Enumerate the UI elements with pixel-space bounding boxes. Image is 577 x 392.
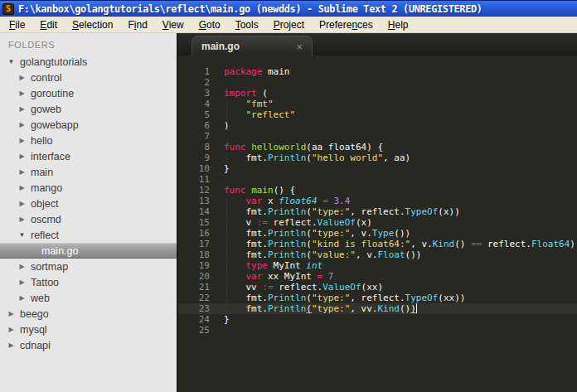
code-line-17[interactable]: 17 fmt.Println("kind is float64:", v.Kin… xyxy=(178,239,577,249)
tree-folder-cdnapi[interactable]: ▶cdnapi xyxy=(0,337,177,353)
indent-guide xyxy=(226,282,227,293)
indent-guide xyxy=(226,228,227,239)
code-line-6[interactable]: 6) xyxy=(178,120,577,131)
code-line-21[interactable]: 21 vv := reflect.ValueOf(xx) xyxy=(178,282,577,293)
code-line-13[interactable]: 13 var x float64 = 3.4 xyxy=(178,196,577,206)
line-number: 7 xyxy=(178,131,210,142)
code-line-16[interactable]: 16 fmt.Println("type:", v.Type()) xyxy=(178,228,577,239)
code-line-15[interactable]: 15 v := reflect.ValueOf(x) xyxy=(178,217,577,228)
code-line-10[interactable]: 10} xyxy=(178,163,577,174)
code-line-4[interactable]: 4 "fmt" xyxy=(178,99,577,109)
chevron-right-icon[interactable]: ▶ xyxy=(7,310,16,317)
tree-folder-reflect[interactable]: ▼reflect xyxy=(0,227,177,243)
tree-folder-golangtutorials[interactable]: ▼golangtutorials xyxy=(0,54,177,70)
code-line-3[interactable]: 3import ( xyxy=(178,88,577,99)
tree-item-label: reflect xyxy=(31,230,59,241)
chevron-down-icon[interactable]: ▼ xyxy=(17,231,27,239)
tree-folder-gowebapp[interactable]: ▶gowebapp xyxy=(0,117,177,133)
code-line-22[interactable]: 22 fmt.Println("type:", reflect.TypeOf(x… xyxy=(178,293,577,303)
tab-close-icon[interactable]: × xyxy=(296,41,303,52)
indent-guide xyxy=(226,109,227,120)
code-line-1[interactable]: 1package main xyxy=(178,66,577,77)
chevron-right-icon[interactable]: ▶ xyxy=(17,137,27,144)
tree-folder-sortmap[interactable]: ▶sortmap xyxy=(0,259,177,274)
tree-folder-tattoo[interactable]: ▶Tattoo xyxy=(0,274,177,290)
tree-file-main.go[interactable]: main.go xyxy=(0,243,177,259)
tree-folder-control[interactable]: ▶control xyxy=(0,70,177,85)
chevron-right-icon[interactable]: ▶ xyxy=(7,326,16,333)
tree-folder-web[interactable]: ▶web xyxy=(0,290,177,306)
tree-item-label: object xyxy=(31,198,58,210)
menu-item-preferences[interactable]: Preferences xyxy=(312,17,381,32)
tab-main-go[interactable]: main.go × xyxy=(192,36,313,56)
menu-item-goto[interactable]: Goto xyxy=(192,17,228,32)
tree-item-label: gowebapp xyxy=(31,119,79,131)
title-bar[interactable]: S F:\kanbox\golangtutorials\reflect\main… xyxy=(0,0,577,17)
chevron-right-icon[interactable]: ▶ xyxy=(17,263,27,270)
folders-header: FOLDERS xyxy=(0,33,177,54)
code-line-9[interactable]: 9 fmt.Println("hello world", aa) xyxy=(178,152,577,163)
code-line-24[interactable]: 24} xyxy=(178,314,577,325)
menu-item-selection[interactable]: Selection xyxy=(65,17,120,32)
line-text xyxy=(210,77,224,88)
chevron-right-icon[interactable]: ▶ xyxy=(17,90,27,97)
chevron-right-icon[interactable]: ▶ xyxy=(17,184,27,191)
tree-folder-oscmd[interactable]: ▶oscmd xyxy=(0,211,177,227)
chevron-right-icon[interactable]: ▶ xyxy=(17,215,27,223)
line-text: fmt.Println("type:", v.Type()) xyxy=(210,228,410,239)
tree-folder-main[interactable]: ▶main xyxy=(0,164,177,180)
line-text: v := reflect.ValueOf(x) xyxy=(210,217,372,228)
tree-folder-goroutine[interactable]: ▶goroutine xyxy=(0,85,177,101)
code-line-2[interactable]: 2 xyxy=(178,77,577,88)
menu-item-project[interactable]: Project xyxy=(266,17,312,32)
chevron-right-icon[interactable]: ▶ xyxy=(17,152,27,160)
chevron-right-icon[interactable]: ▶ xyxy=(7,341,16,349)
tree-folder-mango[interactable]: ▶mango xyxy=(0,180,177,196)
chevron-right-icon[interactable]: ▶ xyxy=(17,105,27,113)
menu-item-edit[interactable]: Edit xyxy=(32,17,65,32)
menu-item-view[interactable]: View xyxy=(155,17,192,32)
code-line-19[interactable]: 19 type MyInt int xyxy=(178,260,577,271)
code-line-7[interactable]: 7 xyxy=(178,131,577,142)
line-number: 22 xyxy=(178,293,210,303)
tree-item-label: goroutine xyxy=(31,88,74,99)
code-line-25[interactable]: 25 xyxy=(178,325,577,336)
code-line-11[interactable]: 11 xyxy=(178,174,577,185)
indent-guide xyxy=(226,249,227,260)
chevron-right-icon[interactable]: ▶ xyxy=(17,278,27,286)
tree-item-label: sortmap xyxy=(31,261,68,273)
tree-folder-hello[interactable]: ▶hello xyxy=(0,133,177,148)
line-text: var xx MyInt = 7 xyxy=(210,271,333,282)
chevron-right-icon[interactable]: ▶ xyxy=(17,168,27,176)
code-line-18[interactable]: 18 fmt.Println("value:", v.Float()) xyxy=(178,249,577,260)
line-number: 12 xyxy=(178,185,210,196)
chevron-right-icon[interactable]: ▶ xyxy=(17,74,27,81)
code-line-14[interactable]: 14 fmt.Println("type:", reflect.TypeOf(x… xyxy=(178,206,577,217)
menu-item-help[interactable]: Help xyxy=(381,17,416,32)
tree-folder-beego[interactable]: ▶beego xyxy=(0,306,177,322)
menu-item-tools[interactable]: Tools xyxy=(228,17,266,32)
code-line-5[interactable]: 5 "reflect" xyxy=(178,109,577,120)
chevron-right-icon[interactable]: ▶ xyxy=(17,294,27,302)
line-number: 20 xyxy=(178,271,210,282)
indent-guide xyxy=(226,303,227,314)
tree-item-label: cdnapi xyxy=(20,340,51,351)
tree-folder-mysql[interactable]: ▶mysql xyxy=(0,322,177,337)
code-line-12[interactable]: 12func main() { xyxy=(178,185,577,196)
line-text: "reflect" xyxy=(210,109,295,120)
tree-folder-object[interactable]: ▶object xyxy=(0,196,177,211)
tree-folder-goweb[interactable]: ▶goweb xyxy=(0,101,177,117)
code-line-8[interactable]: 8func helloworld(aa float64) { xyxy=(178,142,577,152)
chevron-right-icon[interactable]: ▶ xyxy=(17,121,27,128)
menu-item-file[interactable]: File xyxy=(2,17,32,32)
code-line-23[interactable]: 23 fmt.Println("type:", vv.Kind()) xyxy=(178,303,577,314)
code-editor[interactable]: 1package main23import (4 "fmt"5 "reflect… xyxy=(178,56,577,392)
menu-item-find[interactable]: Find xyxy=(120,17,154,32)
tree-item-label: control xyxy=(31,72,62,84)
tree-folder-interface[interactable]: ▶interface xyxy=(0,148,177,164)
menu-bar: FileEditSelectionFindViewGotoToolsProjec… xyxy=(0,17,577,33)
chevron-down-icon[interactable]: ▼ xyxy=(7,58,16,65)
line-text: "fmt" xyxy=(210,99,274,109)
code-line-20[interactable]: 20 var xx MyInt = 7 xyxy=(178,271,577,282)
chevron-right-icon[interactable]: ▶ xyxy=(17,200,27,207)
